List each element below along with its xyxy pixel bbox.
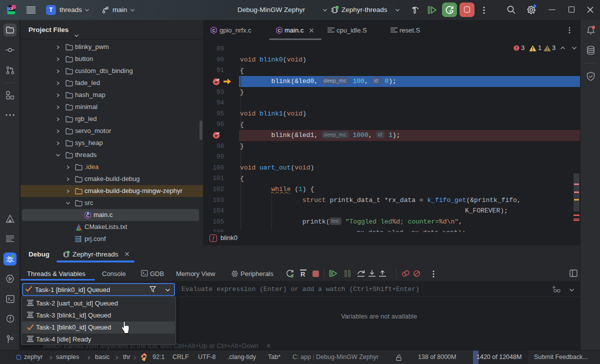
svg-text:C: C	[86, 213, 89, 218]
